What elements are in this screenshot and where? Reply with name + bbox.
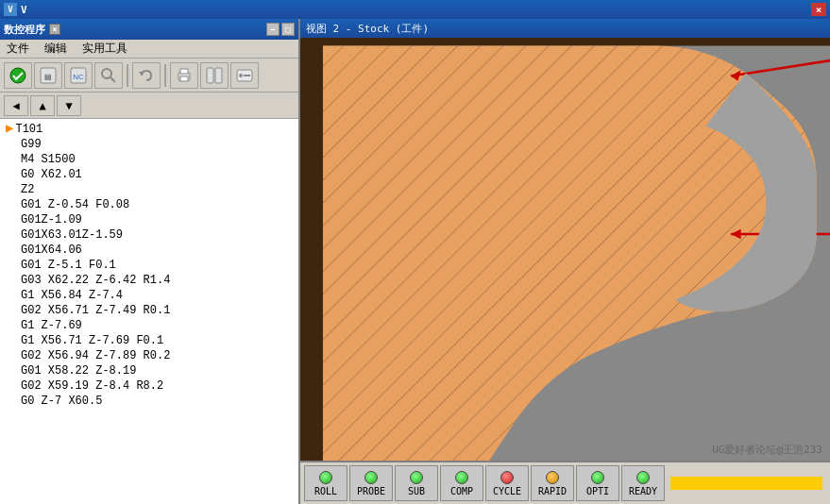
svg-point-14 — [239, 74, 243, 77]
info-button[interactable] — [230, 62, 259, 89]
nc-line-text: G0 X62.01 — [21, 168, 82, 181]
check-button[interactable] — [4, 62, 32, 89]
probe-btn-led — [364, 471, 378, 484]
main-layout: 数控程序 × − □ 文件 编辑 实用工具 ▤ NC — [0, 19, 830, 504]
comp-btn-label: COMP — [450, 486, 473, 496]
nc-line[interactable]: Z2 — [4, 182, 295, 197]
nc-line-text: G0 Z-7 X60.5 — [21, 395, 102, 408]
svg-rect-17 — [300, 38, 323, 461]
split-button[interactable] — [200, 62, 229, 89]
menu-file[interactable]: 文件 — [4, 40, 32, 58]
tb2-down-btn[interactable]: ▼ — [57, 95, 81, 116]
left-panel: 数控程序 × − □ 文件 编辑 实用工具 ▤ NC — [0, 19, 300, 504]
nc-line[interactable]: M4 S1500 — [4, 152, 295, 167]
nc-line[interactable]: G02 X56.71 Z-7.49 R0.1 — [4, 303, 295, 318]
app-close-button[interactable]: × — [811, 3, 826, 16]
sub-btn[interactable]: SUB — [395, 465, 438, 501]
toolbar-sep1 — [127, 64, 128, 87]
nc-line[interactable]: G01X64.06 — [4, 243, 295, 258]
nc-line[interactable]: G1 X56.71 Z-7.69 F0.1 — [4, 333, 295, 348]
svg-rect-10 — [180, 76, 188, 81]
svg-text:NC: NC — [73, 73, 84, 81]
toolbar: ▤ NC — [0, 59, 298, 92]
panel-close-button[interactable]: × — [49, 24, 60, 35]
viewport-title-bar: 视图 2 - Stock (工件) — [300, 19, 830, 38]
svg-point-0 — [10, 68, 25, 83]
nc-line[interactable]: G03 X62.22 Z-6.42 R1.4 — [4, 273, 295, 288]
probe-btn[interactable]: PROBE — [349, 465, 393, 501]
menu-bar: 文件 编辑 实用工具 — [0, 40, 298, 59]
nc-line[interactable]: G01Z-1.09 — [4, 212, 295, 227]
ready-btn-label: READY — [629, 486, 657, 496]
app-title-bar: V V × — [0, 0, 830, 19]
status-bar: ROLLPROBESUBCOMPCYCLERAPIDOPTIREADY — [300, 461, 830, 504]
nc-line[interactable]: G99 — [4, 137, 295, 152]
tb2-back-btn[interactable]: ◀ — [4, 95, 28, 116]
nc-code-area[interactable]: ▶T101G99M4 S1500G0 X62.01Z2G01 Z-0.54 F0… — [0, 119, 298, 504]
app-icon: V — [4, 3, 17, 16]
nc-line-text: G01 X58.22 Z-8.19 — [21, 364, 136, 378]
svg-line-6 — [110, 77, 115, 82]
opti-btn-label: OPTI — [586, 486, 609, 496]
svg-rect-18 — [300, 38, 830, 46]
rapid-btn[interactable]: RAPID — [531, 465, 574, 501]
comp-btn[interactable]: COMP — [440, 465, 483, 501]
panel-title-icons: − □ — [266, 23, 295, 36]
nc-btn1[interactable]: ▤ — [34, 62, 62, 89]
watermark: UG爱好者论坛@王浩233 — [712, 443, 822, 457]
panel-title-bar: 数控程序 × − □ — [0, 19, 298, 40]
nc-line-text: G99 — [21, 138, 42, 151]
nc-line[interactable]: G1 X56.84 Z-7.4 — [4, 288, 295, 303]
viewport-title-text: 视图 2 - Stock (工件) — [306, 22, 429, 36]
nc-line-text: G01 Z-0.54 F0.08 — [21, 198, 129, 211]
nc-line[interactable]: G02 X59.19 Z-8.4 R8.2 — [4, 378, 295, 394]
stock-visualization — [300, 38, 830, 461]
toolbar2: ◀ ▲ ▼ — [0, 92, 298, 119]
svg-point-5 — [102, 69, 111, 78]
sub-btn-label: SUB — [408, 486, 425, 496]
nc-line[interactable]: G01 X58.22 Z-8.19 — [4, 363, 295, 378]
svg-text:▤: ▤ — [44, 73, 52, 81]
panel-restore-button[interactable]: □ — [281, 23, 295, 36]
nc-line[interactable]: G1 Z-7.69 — [4, 318, 295, 333]
ready-btn-led — [636, 471, 650, 484]
nc-line[interactable]: G01X63.01Z-1.59 — [4, 227, 295, 243]
menu-edit[interactable]: 编辑 — [42, 40, 70, 58]
cycle-btn[interactable]: CYCLE — [485, 465, 529, 501]
nc-line[interactable]: G01 Z-5.1 F0.1 — [4, 258, 295, 273]
roll-btn[interactable]: ROLL — [304, 465, 347, 501]
panel-title: 数控程序 — [4, 23, 45, 37]
app-title: V — [21, 4, 27, 16]
nc-line-text: G1 X56.84 Z-7.4 — [21, 289, 123, 302]
nc-line-text: G01 Z-5.1 F0.1 — [21, 259, 116, 272]
nc-line[interactable]: G0 Z-7 X60.5 — [4, 394, 295, 409]
search-button[interactable] — [94, 62, 123, 89]
nc-btn2[interactable]: NC — [64, 62, 93, 89]
viewport-area[interactable]: UG爱好者论坛@王浩233 — [300, 38, 830, 461]
nc-line-text: T101 — [15, 123, 42, 136]
svg-rect-9 — [180, 69, 188, 74]
nc-line-text: M4 S1500 — [21, 153, 76, 166]
sub-btn-led — [410, 471, 423, 484]
menu-tools[interactable]: 实用工具 — [79, 40, 130, 58]
nc-line[interactable]: G01 Z-0.54 F0.08 — [4, 197, 295, 212]
roll-btn-led — [319, 471, 332, 484]
cycle-btn-label: CYCLE — [493, 486, 521, 496]
opti-btn[interactable]: OPTI — [576, 465, 619, 501]
svg-rect-12 — [215, 68, 222, 83]
cycle-btn-led — [500, 471, 514, 484]
rapid-btn-led — [546, 471, 559, 484]
panel-minimize-button[interactable]: − — [266, 23, 279, 36]
print-button[interactable] — [170, 62, 198, 89]
nc-line[interactable]: G02 X56.94 Z-7.89 R0.2 — [4, 348, 295, 363]
undo-button[interactable] — [132, 62, 161, 89]
nc-line[interactable]: ▶T101 — [4, 121, 295, 137]
nc-line-text: G03 X62.22 Z-6.42 R1.4 — [21, 274, 170, 287]
probe-btn-label: PROBE — [357, 486, 385, 496]
nc-arrow-indicator: ▶ — [6, 121, 13, 136]
tb2-up-btn[interactable]: ▲ — [30, 95, 55, 116]
ready-btn[interactable]: READY — [621, 465, 665, 501]
nc-line-text: G01Z-1.09 — [21, 213, 82, 227]
progress-bar — [670, 477, 822, 490]
nc-line[interactable]: G0 X62.01 — [4, 167, 295, 182]
